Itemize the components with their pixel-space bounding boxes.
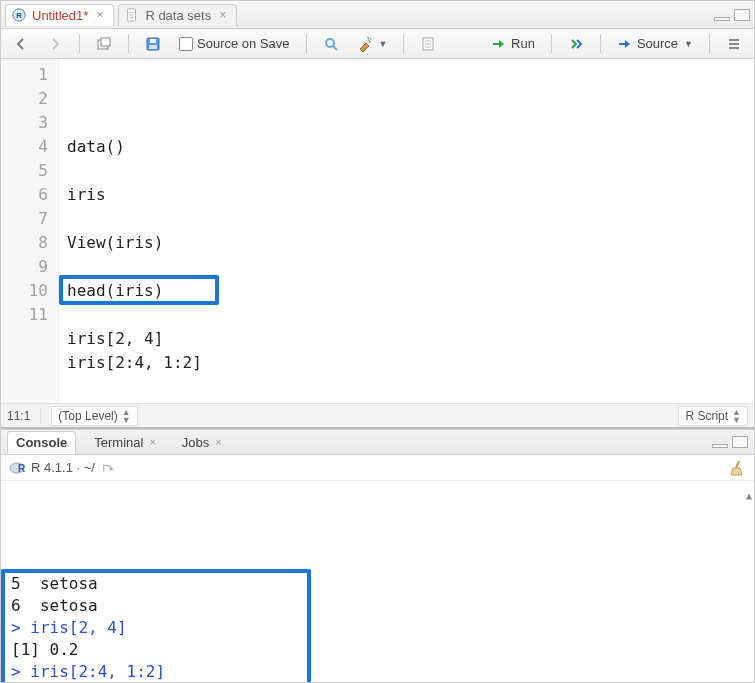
close-icon[interactable]: ×	[215, 436, 221, 448]
find-button[interactable]	[317, 34, 345, 54]
jobs-tab[interactable]: Jobs ×	[174, 432, 230, 453]
updown-icon: ▲▼	[732, 408, 741, 424]
source-toolbar: Source on Save ▼ Run Source ▼	[1, 29, 754, 59]
source-button[interactable]: Source ▼	[611, 34, 699, 54]
line-number: 1	[1, 63, 48, 87]
close-icon[interactable]: ×	[94, 8, 105, 22]
console-line: 6 setosa	[11, 595, 744, 617]
code-line[interactable]: data()	[67, 135, 746, 159]
scroll-up-indicator[interactable]: ▲	[746, 485, 752, 507]
svg-text:R: R	[18, 463, 25, 474]
code-line[interactable]: iris[2, 4]	[67, 327, 746, 351]
console-pane: Console Terminal × Jobs × R R 4.1.1 · ~/…	[1, 429, 754, 682]
forward-button[interactable]	[41, 34, 69, 54]
code-tools-button[interactable]: ▼	[351, 34, 394, 54]
code-editor[interactable]: 1234567891011 data()irisView(iris)head(i…	[1, 59, 754, 403]
run-button[interactable]: Run	[485, 34, 541, 54]
go-to-dir-icon[interactable]	[101, 461, 115, 475]
checkbox-icon	[179, 37, 193, 51]
line-number: 10	[1, 279, 48, 303]
terminal-tab[interactable]: Terminal ×	[86, 432, 164, 453]
console-line: 5 setosa	[11, 573, 744, 595]
document-icon	[125, 8, 139, 22]
r-logo-icon: R	[9, 460, 25, 476]
source-on-save-toggle[interactable]: Source on Save	[173, 34, 296, 53]
compile-report-button[interactable]	[414, 34, 442, 54]
line-number: 3	[1, 111, 48, 135]
svg-line-12	[333, 46, 337, 50]
svg-rect-7	[101, 38, 110, 46]
pane-window-buttons	[714, 9, 750, 21]
code-line[interactable]	[67, 255, 746, 279]
code-line[interactable]: View(iris)	[67, 231, 746, 255]
code-line[interactable]	[67, 303, 746, 327]
source-tabstrip: R Untitled1* × R data sets ×	[1, 1, 754, 29]
source-pane: R Untitled1* × R data sets ×	[1, 1, 754, 429]
source-on-save-label: Source on Save	[197, 36, 290, 51]
source-label: Source	[637, 36, 678, 51]
code-line[interactable]	[67, 207, 746, 231]
console-tab[interactable]: Console	[7, 431, 76, 454]
console-line: > iris[2:4, 1:2]	[11, 661, 744, 682]
code-line[interactable]	[67, 375, 746, 399]
tab-label: Terminal	[94, 435, 143, 450]
minimize-pane-button[interactable]	[712, 444, 728, 448]
line-number: 7	[1, 207, 48, 231]
svg-point-11	[326, 39, 334, 47]
line-number: 4	[1, 135, 48, 159]
run-label: Run	[511, 36, 535, 51]
cursor-position: 11:1	[7, 409, 30, 423]
line-gutter: 1234567891011	[1, 59, 59, 403]
line-number: 8	[1, 231, 48, 255]
line-number: 2	[1, 87, 48, 111]
source-statusbar: 11:1 (Top Level) ▲▼ R Script ▲▼	[1, 403, 754, 427]
close-icon[interactable]: ×	[217, 8, 228, 22]
console-subheader: R R 4.1.1 · ~/	[1, 455, 754, 481]
file-type-label: R Script	[685, 409, 728, 423]
r-version-label: R 4.1.1 · ~/	[31, 460, 95, 475]
line-number: 5	[1, 159, 48, 183]
scope-label: (Top Level)	[58, 409, 117, 423]
source-tab-untitled[interactable]: R Untitled1* ×	[5, 4, 114, 26]
svg-rect-10	[149, 45, 157, 49]
line-number: 9	[1, 255, 48, 279]
maximize-pane-button[interactable]	[732, 436, 748, 448]
code-line[interactable]	[67, 159, 746, 183]
console-output[interactable]: ▲ 5 setosa6 setosa> iris[2, 4][1] 0.2> i…	[1, 481, 754, 682]
source-tab-rdatasets[interactable]: R data sets ×	[118, 4, 237, 26]
back-button[interactable]	[7, 34, 35, 54]
console-line: [1] 0.2	[11, 639, 744, 661]
rerun-button[interactable]	[562, 34, 590, 54]
chevron-down-icon: ▼	[379, 39, 388, 49]
chevron-down-icon: ▼	[684, 39, 693, 49]
minimize-pane-button[interactable]	[714, 17, 730, 21]
close-icon[interactable]: ×	[149, 436, 155, 448]
outline-button[interactable]	[720, 34, 748, 54]
line-number: 6	[1, 183, 48, 207]
console-line: > iris[2, 4]	[11, 617, 744, 639]
r-file-icon: R	[12, 8, 26, 22]
line-number: 11	[1, 303, 48, 327]
pane-window-buttons	[712, 436, 748, 448]
file-type-selector[interactable]: R Script ▲▼	[678, 406, 748, 426]
show-in-new-window-button[interactable]	[90, 34, 118, 54]
clear-console-icon[interactable]	[730, 460, 746, 476]
scope-selector[interactable]: (Top Level) ▲▼	[51, 406, 137, 426]
maximize-pane-button[interactable]	[734, 9, 750, 21]
code-line[interactable]: iris[2:4, 1:2]	[67, 351, 746, 375]
code-area[interactable]: data()irisView(iris)head(iris)iris[2, 4]…	[59, 59, 754, 403]
updown-icon: ▲▼	[122, 408, 131, 424]
save-button[interactable]	[139, 34, 167, 54]
tab-label: Console	[16, 435, 67, 450]
tab-label: Jobs	[182, 435, 209, 450]
svg-line-22	[736, 461, 739, 468]
svg-rect-9	[150, 39, 156, 43]
code-line[interactable]: head(iris)	[67, 279, 746, 303]
tab-label: R data sets	[145, 8, 211, 23]
tab-label: Untitled1*	[32, 8, 88, 23]
console-tabstrip: Console Terminal × Jobs ×	[1, 429, 754, 455]
svg-text:R: R	[16, 11, 22, 20]
code-line[interactable]: iris	[67, 183, 746, 207]
